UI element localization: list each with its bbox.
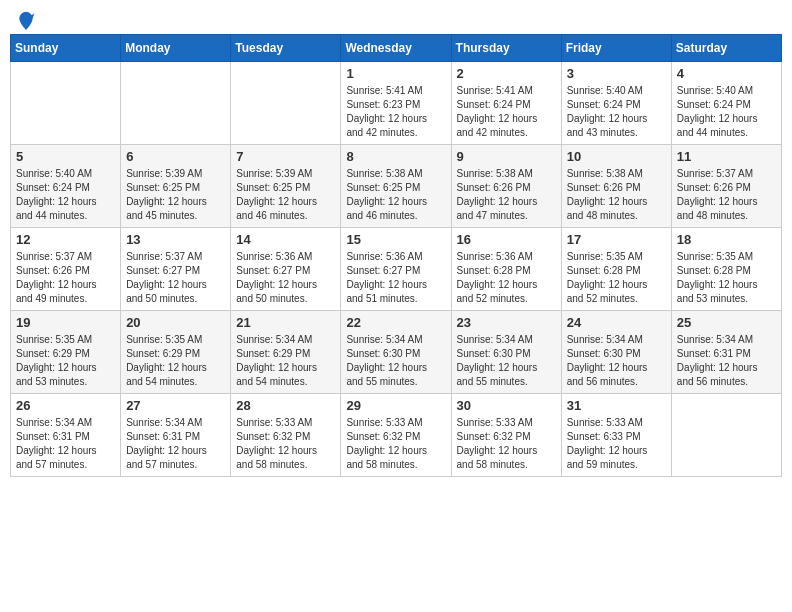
day-info: Sunrise: 5:35 AMSunset: 6:28 PMDaylight:… — [677, 250, 776, 306]
weekday-header-wednesday: Wednesday — [341, 35, 451, 62]
weekday-header-monday: Monday — [121, 35, 231, 62]
logo — [14, 10, 36, 26]
day-info: Sunrise: 5:35 AMSunset: 6:29 PMDaylight:… — [126, 333, 225, 389]
week-row-1: 1Sunrise: 5:41 AMSunset: 6:23 PMDaylight… — [11, 62, 782, 145]
day-cell: 9Sunrise: 5:38 AMSunset: 6:26 PMDaylight… — [451, 145, 561, 228]
day-info: Sunrise: 5:40 AMSunset: 6:24 PMDaylight:… — [567, 84, 666, 140]
day-info: Sunrise: 5:40 AMSunset: 6:24 PMDaylight:… — [16, 167, 115, 223]
day-cell: 1Sunrise: 5:41 AMSunset: 6:23 PMDaylight… — [341, 62, 451, 145]
day-info: Sunrise: 5:37 AMSunset: 6:26 PMDaylight:… — [677, 167, 776, 223]
day-number: 12 — [16, 232, 115, 247]
day-cell: 8Sunrise: 5:38 AMSunset: 6:25 PMDaylight… — [341, 145, 451, 228]
day-number: 23 — [457, 315, 556, 330]
day-number: 31 — [567, 398, 666, 413]
day-info: Sunrise: 5:38 AMSunset: 6:26 PMDaylight:… — [457, 167, 556, 223]
day-cell: 15Sunrise: 5:36 AMSunset: 6:27 PMDayligh… — [341, 228, 451, 311]
day-number: 3 — [567, 66, 666, 81]
day-info: Sunrise: 5:33 AMSunset: 6:33 PMDaylight:… — [567, 416, 666, 472]
day-info: Sunrise: 5:34 AMSunset: 6:31 PMDaylight:… — [16, 416, 115, 472]
day-cell: 23Sunrise: 5:34 AMSunset: 6:30 PMDayligh… — [451, 311, 561, 394]
weekday-header-saturday: Saturday — [671, 35, 781, 62]
day-cell: 19Sunrise: 5:35 AMSunset: 6:29 PMDayligh… — [11, 311, 121, 394]
day-number: 7 — [236, 149, 335, 164]
day-info: Sunrise: 5:34 AMSunset: 6:31 PMDaylight:… — [126, 416, 225, 472]
day-info: Sunrise: 5:39 AMSunset: 6:25 PMDaylight:… — [126, 167, 225, 223]
day-number: 9 — [457, 149, 556, 164]
day-number: 26 — [16, 398, 115, 413]
weekday-header-sunday: Sunday — [11, 35, 121, 62]
day-cell: 18Sunrise: 5:35 AMSunset: 6:28 PMDayligh… — [671, 228, 781, 311]
day-info: Sunrise: 5:40 AMSunset: 6:24 PMDaylight:… — [677, 84, 776, 140]
day-info: Sunrise: 5:36 AMSunset: 6:27 PMDaylight:… — [236, 250, 335, 306]
calendar: SundayMondayTuesdayWednesdayThursdayFrid… — [10, 34, 782, 477]
logo-icon — [16, 10, 36, 30]
day-cell: 20Sunrise: 5:35 AMSunset: 6:29 PMDayligh… — [121, 311, 231, 394]
day-info: Sunrise: 5:41 AMSunset: 6:24 PMDaylight:… — [457, 84, 556, 140]
week-row-5: 26Sunrise: 5:34 AMSunset: 6:31 PMDayligh… — [11, 394, 782, 477]
day-cell: 22Sunrise: 5:34 AMSunset: 6:30 PMDayligh… — [341, 311, 451, 394]
day-cell: 21Sunrise: 5:34 AMSunset: 6:29 PMDayligh… — [231, 311, 341, 394]
day-info: Sunrise: 5:34 AMSunset: 6:30 PMDaylight:… — [457, 333, 556, 389]
day-cell: 25Sunrise: 5:34 AMSunset: 6:31 PMDayligh… — [671, 311, 781, 394]
day-info: Sunrise: 5:36 AMSunset: 6:27 PMDaylight:… — [346, 250, 445, 306]
day-info: Sunrise: 5:34 AMSunset: 6:29 PMDaylight:… — [236, 333, 335, 389]
day-cell: 12Sunrise: 5:37 AMSunset: 6:26 PMDayligh… — [11, 228, 121, 311]
day-number: 1 — [346, 66, 445, 81]
day-number: 11 — [677, 149, 776, 164]
day-info: Sunrise: 5:38 AMSunset: 6:25 PMDaylight:… — [346, 167, 445, 223]
day-number: 14 — [236, 232, 335, 247]
day-info: Sunrise: 5:37 AMSunset: 6:27 PMDaylight:… — [126, 250, 225, 306]
day-number: 4 — [677, 66, 776, 81]
day-cell: 4Sunrise: 5:40 AMSunset: 6:24 PMDaylight… — [671, 62, 781, 145]
day-cell: 16Sunrise: 5:36 AMSunset: 6:28 PMDayligh… — [451, 228, 561, 311]
day-number: 29 — [346, 398, 445, 413]
day-cell: 2Sunrise: 5:41 AMSunset: 6:24 PMDaylight… — [451, 62, 561, 145]
day-number: 17 — [567, 232, 666, 247]
day-cell: 13Sunrise: 5:37 AMSunset: 6:27 PMDayligh… — [121, 228, 231, 311]
day-cell: 28Sunrise: 5:33 AMSunset: 6:32 PMDayligh… — [231, 394, 341, 477]
day-cell: 7Sunrise: 5:39 AMSunset: 6:25 PMDaylight… — [231, 145, 341, 228]
day-info: Sunrise: 5:33 AMSunset: 6:32 PMDaylight:… — [236, 416, 335, 472]
day-info: Sunrise: 5:35 AMSunset: 6:28 PMDaylight:… — [567, 250, 666, 306]
day-info: Sunrise: 5:38 AMSunset: 6:26 PMDaylight:… — [567, 167, 666, 223]
day-number: 2 — [457, 66, 556, 81]
day-info: Sunrise: 5:33 AMSunset: 6:32 PMDaylight:… — [457, 416, 556, 472]
day-number: 24 — [567, 315, 666, 330]
day-info: Sunrise: 5:34 AMSunset: 6:31 PMDaylight:… — [677, 333, 776, 389]
day-number: 22 — [346, 315, 445, 330]
day-number: 5 — [16, 149, 115, 164]
day-number: 25 — [677, 315, 776, 330]
day-number: 8 — [346, 149, 445, 164]
day-cell — [11, 62, 121, 145]
day-number: 20 — [126, 315, 225, 330]
day-cell: 31Sunrise: 5:33 AMSunset: 6:33 PMDayligh… — [561, 394, 671, 477]
day-cell: 30Sunrise: 5:33 AMSunset: 6:32 PMDayligh… — [451, 394, 561, 477]
day-cell: 14Sunrise: 5:36 AMSunset: 6:27 PMDayligh… — [231, 228, 341, 311]
day-info: Sunrise: 5:35 AMSunset: 6:29 PMDaylight:… — [16, 333, 115, 389]
weekday-header-friday: Friday — [561, 35, 671, 62]
week-row-2: 5Sunrise: 5:40 AMSunset: 6:24 PMDaylight… — [11, 145, 782, 228]
day-cell — [121, 62, 231, 145]
day-number: 13 — [126, 232, 225, 247]
day-number: 30 — [457, 398, 556, 413]
day-info: Sunrise: 5:37 AMSunset: 6:26 PMDaylight:… — [16, 250, 115, 306]
day-cell: 10Sunrise: 5:38 AMSunset: 6:26 PMDayligh… — [561, 145, 671, 228]
day-cell: 26Sunrise: 5:34 AMSunset: 6:31 PMDayligh… — [11, 394, 121, 477]
day-number: 28 — [236, 398, 335, 413]
day-cell — [671, 394, 781, 477]
day-info: Sunrise: 5:34 AMSunset: 6:30 PMDaylight:… — [346, 333, 445, 389]
day-info: Sunrise: 5:36 AMSunset: 6:28 PMDaylight:… — [457, 250, 556, 306]
weekday-header-row: SundayMondayTuesdayWednesdayThursdayFrid… — [11, 35, 782, 62]
week-row-3: 12Sunrise: 5:37 AMSunset: 6:26 PMDayligh… — [11, 228, 782, 311]
header — [10, 10, 782, 26]
day-cell: 29Sunrise: 5:33 AMSunset: 6:32 PMDayligh… — [341, 394, 451, 477]
day-cell: 17Sunrise: 5:35 AMSunset: 6:28 PMDayligh… — [561, 228, 671, 311]
day-info: Sunrise: 5:39 AMSunset: 6:25 PMDaylight:… — [236, 167, 335, 223]
day-cell: 27Sunrise: 5:34 AMSunset: 6:31 PMDayligh… — [121, 394, 231, 477]
day-cell: 11Sunrise: 5:37 AMSunset: 6:26 PMDayligh… — [671, 145, 781, 228]
week-row-4: 19Sunrise: 5:35 AMSunset: 6:29 PMDayligh… — [11, 311, 782, 394]
day-number: 21 — [236, 315, 335, 330]
day-cell: 5Sunrise: 5:40 AMSunset: 6:24 PMDaylight… — [11, 145, 121, 228]
day-number: 18 — [677, 232, 776, 247]
day-cell: 24Sunrise: 5:34 AMSunset: 6:30 PMDayligh… — [561, 311, 671, 394]
